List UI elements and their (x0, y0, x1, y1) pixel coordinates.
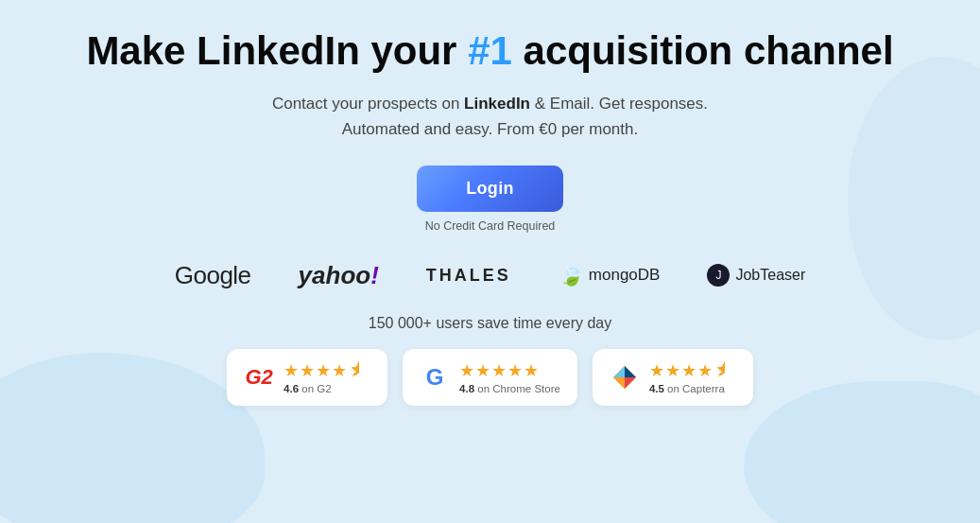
star-2: ★ (300, 360, 315, 381)
subtitle-line1-post: & Email. Get responses. (530, 95, 708, 113)
google-g-letter: G (426, 364, 444, 391)
star-half: ⯨ (714, 360, 731, 381)
subtitle: Contact your prospects on LinkedIn & Ema… (272, 91, 708, 142)
chrome-rating-text: 4.8 on Chrome Store (459, 383, 560, 394)
star-3: ★ (316, 360, 331, 381)
title-part1: Make LinkedIn your (86, 28, 468, 73)
star-2: ★ (475, 360, 490, 381)
star-5: ★ (524, 360, 539, 381)
svg-marker-3 (625, 377, 636, 389)
g2-stars: ★ ★ ★ ★ ⯨ (284, 360, 365, 381)
g2-logo-icon: G2 (244, 362, 274, 392)
main-content: Make LinkedIn your #1 acquisition channe… (0, 0, 980, 406)
capterra-score: 4.5 (649, 383, 664, 394)
google-logo: Google (175, 261, 251, 290)
svg-marker-4 (613, 377, 625, 389)
rating-card-g2: G2 ★ ★ ★ ★ ⯨ 4.6 on G2 (227, 349, 387, 406)
title-highlight: #1 (468, 28, 512, 73)
jobteaser-icon: J (707, 264, 730, 287)
subtitle-line2: Automated and easy. From €0 per month. (342, 120, 638, 138)
ratings-row: G2 ★ ★ ★ ★ ⯨ 4.6 on G2 G ★ (227, 349, 753, 406)
jobteaser-logo-text: JobTeaser (735, 267, 805, 284)
star-half: ⯨ (348, 360, 365, 381)
star-3: ★ (681, 360, 696, 381)
svg-marker-1 (613, 366, 625, 377)
chrome-rating-info: ★ ★ ★ ★ ★ 4.8 on Chrome Store (459, 360, 560, 394)
g2-rating-text: 4.6 on G2 (284, 383, 365, 394)
star-2: ★ (665, 360, 680, 381)
star-1: ★ (459, 360, 474, 381)
jobteaser-logo: J JobTeaser (707, 264, 805, 287)
thales-logo: THALES (426, 266, 511, 286)
capterra-stars: ★ ★ ★ ★ ⯨ (649, 360, 731, 381)
star-3: ★ (491, 360, 507, 381)
g2-rating-info: ★ ★ ★ ★ ⯨ 4.6 on G2 (284, 360, 365, 394)
chrome-score: 4.8 (459, 383, 474, 394)
star-1: ★ (649, 360, 664, 381)
star-4: ★ (507, 360, 523, 381)
capterra-rating-info: ★ ★ ★ ★ ⯨ 4.5 on Capterra (649, 360, 731, 394)
users-count: 150 000+ users save time every day (369, 315, 611, 332)
title-part2: acquisition channel (512, 28, 894, 73)
subtitle-line1-pre: Contact your prospects on (272, 95, 464, 113)
login-button[interactable]: Login (417, 166, 562, 212)
mongodb-icon: 🍃 (559, 263, 584, 288)
no-credit-card-text: No Credit Card Required (425, 219, 556, 233)
google-g-icon: G (420, 362, 450, 392)
mongodb-logo-text: mongoDB (589, 266, 661, 285)
mongodb-logo: 🍃 mongoDB (559, 263, 661, 288)
rating-card-chrome: G ★ ★ ★ ★ ★ 4.8 on Chrome Store (403, 349, 577, 406)
yahoo-logo-text: yahoo! (299, 261, 379, 290)
g2-score: 4.6 (284, 383, 299, 394)
thales-logo-text: THALES (426, 266, 511, 286)
svg-marker-2 (625, 366, 636, 377)
star-4: ★ (332, 360, 347, 381)
capterra-rating-text: 4.5 on Capterra (649, 383, 731, 394)
subtitle-linkedin: LinkedIn (464, 95, 530, 113)
yahoo-logo: yahoo! (299, 261, 379, 290)
capterra-logo-icon (610, 362, 640, 392)
chrome-stars: ★ ★ ★ ★ ★ (459, 360, 560, 381)
page-title: Make LinkedIn your #1 acquisition channe… (86, 28, 893, 74)
star-4: ★ (697, 360, 713, 381)
star-1: ★ (284, 360, 299, 381)
partner-logos: Google yahoo! THALES 🍃 mongoDB J JobTeas… (175, 253, 806, 298)
rating-card-capterra: ★ ★ ★ ★ ⯨ 4.5 on Capterra (593, 349, 753, 406)
google-logo-text: Google (175, 261, 251, 290)
